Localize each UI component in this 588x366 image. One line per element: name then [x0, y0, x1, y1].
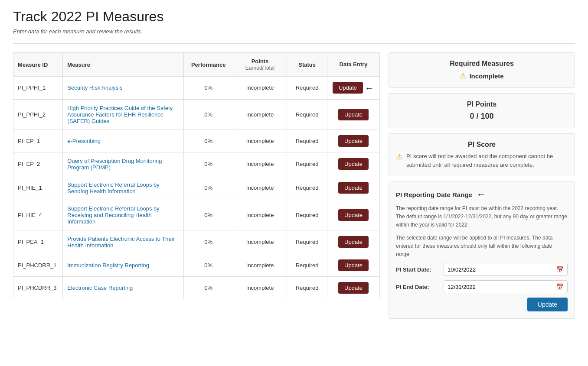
page-container: Track 2022 PI Measures Enter data for ea…	[0, 0, 588, 327]
pi-score-warning-text: PI score will not be awarded and the com…	[406, 152, 568, 169]
table-row: PI_PHCDRR_3Electronic Case Reporting0%In…	[13, 276, 380, 299]
cell-data-entry[interactable]: Update←	[327, 77, 380, 100]
pi-points-value: 0 / 100	[396, 112, 568, 121]
cell-points: Incomplete	[233, 200, 287, 230]
cell-data-entry[interactable]: Update	[327, 152, 380, 176]
measure-link[interactable]: Immunization Registry Reporting	[67, 262, 149, 269]
cell-measure-id: PI_PPHI_2	[13, 99, 63, 130]
cell-measure-id: PI_PPHI_1	[13, 77, 63, 100]
update-button[interactable]: Update	[338, 158, 369, 170]
cell-points: Incomplete	[233, 77, 287, 100]
cell-points: Incomplete	[233, 230, 287, 254]
measure-link[interactable]: Support Electronic Referral Loops by Sen…	[67, 181, 159, 194]
cell-measure-name[interactable]: Support Electronic Referral Loops by Rec…	[63, 200, 184, 230]
update-button[interactable]: Update	[333, 82, 363, 94]
cell-status: Required	[287, 200, 327, 230]
end-date-calendar-btn[interactable]: 📅	[553, 281, 567, 293]
update-button[interactable]: Update	[338, 209, 369, 221]
cell-status: Required	[287, 99, 327, 130]
cell-status: Required	[287, 176, 327, 200]
start-date-label: PI Start Date:	[396, 266, 439, 273]
cell-performance: 0%	[184, 176, 233, 200]
required-measures-title: Required Measures	[396, 60, 568, 68]
measure-link[interactable]: Query of Prescription Drug Monitoring Pr…	[67, 158, 162, 171]
cell-measure-name[interactable]: High Priority Practices Guide of the Saf…	[63, 99, 184, 130]
cell-data-entry[interactable]: Update	[327, 276, 380, 299]
update-button[interactable]: Update	[338, 282, 369, 294]
cell-status: Required	[287, 276, 327, 299]
required-measures-card: Required Measures ⚠ Incomplete	[389, 52, 575, 88]
pi-points-title: PI Points	[396, 100, 568, 108]
cell-data-entry[interactable]: Update	[327, 176, 380, 200]
measure-link[interactable]: High Priority Practices Guide of the Saf…	[67, 105, 173, 124]
col-header-performance: Performance	[184, 53, 233, 77]
table-row: PI_PEA_1Provide Patients Electronic Acce…	[13, 230, 380, 254]
start-date-input-wrap[interactable]: 📅	[444, 263, 568, 276]
update-button[interactable]: Update	[338, 259, 369, 271]
cell-status: Required	[287, 77, 327, 100]
end-date-input-wrap[interactable]: 📅	[444, 280, 568, 293]
col-header-points: Points Earned/Total	[233, 53, 287, 77]
cell-measure-name[interactable]: e-Prescribing	[63, 130, 184, 152]
status-incomplete-label: Incomplete	[469, 72, 503, 80]
cell-status: Required	[287, 152, 327, 176]
measure-link[interactable]: e-Prescribing	[67, 138, 101, 144]
end-date-row: PI End Date: 📅	[396, 280, 568, 293]
table-row: PI_PPHI_1Security Risk Analysis0%Incompl…	[13, 77, 380, 100]
table-row: PI_PHCDRR_1Immunization Registry Reporti…	[13, 254, 380, 276]
cell-data-entry[interactable]: Update	[327, 200, 380, 230]
cell-performance: 0%	[184, 276, 233, 299]
col-header-status: Status	[287, 53, 327, 77]
start-date-input[interactable]	[444, 264, 553, 275]
cell-measure-name[interactable]: Security Risk Analysis	[63, 77, 184, 100]
main-layout: Measure ID Measure Performance Points Ea…	[13, 52, 575, 319]
pi-score-warning: ⚠ PI score will not be awarded and the c…	[396, 152, 568, 169]
end-date-label: PI End Date:	[396, 284, 439, 290]
update-button[interactable]: Update	[338, 109, 369, 120]
table-row: PI_EP_1e-Prescribing0%IncompleteRequired…	[13, 130, 380, 152]
pi-reporting-desc1: The reporting date range for PI must be …	[396, 204, 568, 230]
table-row: PI_PPHI_2High Priority Practices Guide o…	[13, 99, 380, 130]
cell-measure-name[interactable]: Electronic Case Reporting	[63, 276, 184, 299]
cell-performance: 0%	[184, 230, 233, 254]
col-header-measure-id: Measure ID	[13, 53, 63, 77]
pi-score-title: PI Score	[396, 141, 568, 149]
cell-data-entry[interactable]: Update	[327, 254, 380, 276]
reporting-update-button[interactable]: Update	[527, 298, 568, 311]
update-button[interactable]: Update	[338, 236, 369, 248]
cell-data-entry[interactable]: Update	[327, 230, 380, 254]
end-date-input[interactable]	[444, 281, 553, 293]
cell-measure-id: PI_HIE_4	[13, 200, 63, 230]
cell-measure-name[interactable]: Query of Prescription Drug Monitoring Pr…	[63, 152, 184, 176]
cell-performance: 0%	[184, 77, 233, 100]
cell-points: Incomplete	[233, 176, 287, 200]
cell-measure-name[interactable]: Provide Patients Electronic Access to Th…	[63, 230, 184, 254]
measure-link[interactable]: Support Electronic Referral Loops by Rec…	[67, 205, 159, 225]
cell-measure-name[interactable]: Support Electronic Referral Loops by Sen…	[63, 176, 184, 200]
measures-table: Measure ID Measure Performance Points Ea…	[13, 52, 380, 299]
cell-measure-name[interactable]: Immunization Registry Reporting	[63, 254, 184, 276]
cell-performance: 0%	[184, 99, 233, 130]
cell-points: Incomplete	[233, 276, 287, 299]
table-row: PI_HIE_1Support Electronic Referral Loop…	[13, 176, 380, 200]
measure-link[interactable]: Electronic Case Reporting	[67, 285, 133, 291]
col-header-measure: Measure	[63, 53, 184, 77]
cell-measure-id: PI_PHCDRR_1	[13, 254, 63, 276]
required-status: ⚠ Incomplete	[396, 71, 568, 81]
cell-performance: 0%	[184, 130, 233, 152]
cell-performance: 0%	[184, 200, 233, 230]
update-button[interactable]: Update	[338, 182, 369, 194]
cell-data-entry[interactable]: Update	[327, 130, 380, 152]
cell-status: Required	[287, 254, 327, 276]
table-row: PI_EP_2Query of Prescription Drug Monito…	[13, 152, 380, 176]
measure-link[interactable]: Security Risk Analysis	[67, 84, 122, 91]
cell-data-entry[interactable]: Update	[327, 99, 380, 130]
start-date-calendar-btn[interactable]: 📅	[553, 263, 567, 275]
cell-performance: 0%	[184, 152, 233, 176]
cell-measure-id: PI_EP_1	[13, 130, 63, 152]
pi-reporting-header: PI Reporting Date Range ←	[396, 189, 568, 200]
table-section: Measure ID Measure Performance Points Ea…	[13, 52, 380, 299]
cell-status: Required	[287, 130, 327, 152]
update-button[interactable]: Update	[338, 135, 369, 147]
measure-link[interactable]: Provide Patients Electronic Access to Th…	[67, 236, 175, 249]
